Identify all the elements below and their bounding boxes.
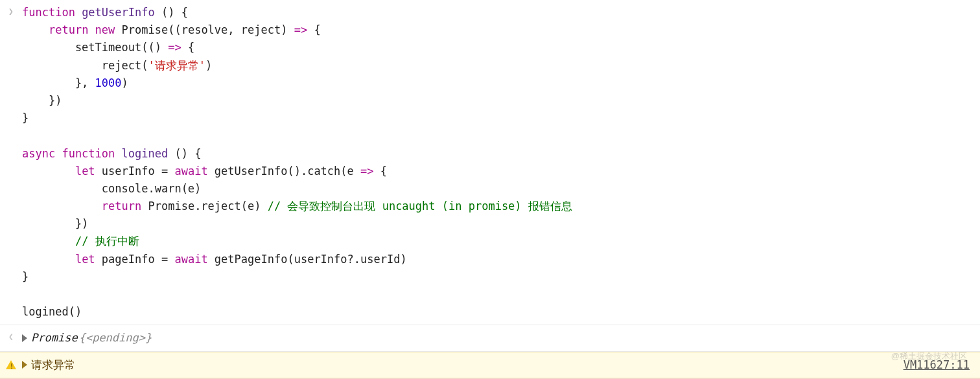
input-gutter: ❯ — [0, 3, 22, 19]
console-output-entry[interactable]: ❮ Promise {<pending>} — [0, 325, 980, 351]
console-input-code[interactable]: function getUserInfo () { return new Pro… — [22, 3, 975, 322]
promise-state: {<pending>} — [79, 329, 152, 347]
console-output-value[interactable]: Promise {<pending>} — [22, 328, 975, 348]
console-input-entry[interactable]: ❯ function getUserInfo () { return new P… — [0, 0, 980, 325]
output-chevron-icon: ❮ — [8, 330, 14, 344]
warn-message: 请求异常 — [31, 356, 75, 374]
warn-gutter — [0, 355, 22, 369]
watermark: @稀土掘金技术社区 — [891, 350, 967, 363]
devtools-console: ❯ function getUserInfo () { return new P… — [0, 0, 980, 379]
warning-icon — [6, 360, 16, 369]
expand-triangle-icon[interactable] — [22, 361, 27, 369]
input-chevron-icon: ❯ — [8, 5, 14, 19]
expand-triangle-icon[interactable] — [22, 334, 27, 342]
console-warn-entry[interactable]: 请求异常 VM11627:11 — [0, 352, 980, 378]
warn-content: 请求异常 — [22, 355, 904, 375]
promise-label: Promise — [31, 329, 78, 347]
output-gutter: ❮ — [0, 328, 22, 344]
